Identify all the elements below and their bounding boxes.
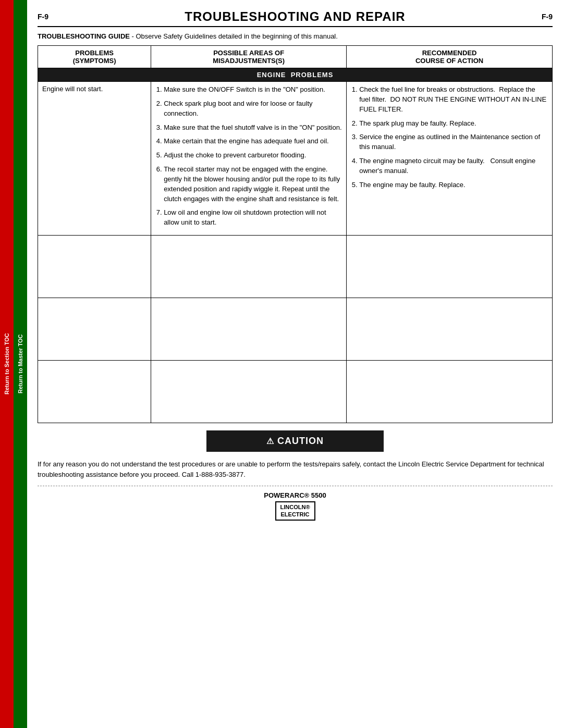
list-item: The recoil starter may not be engaged wi… [164, 165, 342, 204]
page-number-left: F-9 [38, 13, 48, 21]
table-row: Engine will not start. Make sure the ON/… [38, 82, 553, 236]
list-item: Low oil and engine low oil shutdown prot… [164, 208, 342, 228]
engine-problems-label: ENGINE PROBLEMS [38, 68, 553, 82]
troubleshoot-table: PROBLEMS(SYMPTOMS) POSSIBLE AREAS OFMISA… [38, 45, 553, 423]
empty-cell [38, 361, 151, 423]
empty-cell [151, 236, 347, 298]
lincoln-logo: LINCOLN® ELECTRIC [275, 501, 315, 521]
misadjust-cell: Make sure the ON/OFF Switch is in the "O… [151, 82, 347, 236]
caution-text: If for any reason you do not understand … [38, 459, 553, 479]
list-item: Make sure the ON/OFF Switch is in the "O… [164, 85, 342, 95]
empty-cell [151, 361, 347, 423]
brand-line1: LINCOLN® [280, 503, 310, 511]
list-item: Make certain that the engine has adequat… [164, 137, 342, 146]
list-item: Check spark plug boot and wire for loose… [164, 99, 342, 119]
list-item: Adjust the choke to prevent carburetor f… [164, 151, 342, 161]
table-header-row: PROBLEMS(SYMPTOMS) POSSIBLE AREAS OFMISA… [38, 46, 553, 68]
empty-cell [347, 236, 553, 298]
main-content: F-9 TROUBLESHOOTING AND REPAIR F-9 TROUB… [27, 0, 563, 728]
list-item: Make sure that the fuel shutoff valve is… [164, 123, 342, 133]
page-header: F-9 TROUBLESHOOTING AND REPAIR F-9 [38, 9, 553, 27]
engine-problems-header-row: ENGINE PROBLEMS [38, 68, 553, 82]
empty-cell [38, 236, 151, 298]
footer: POWERARC® 5500 LINCOLN® ELECTRIC [38, 491, 553, 521]
header-misadjust: POSSIBLE AREAS OFMISADJUSTMENTS(S) [151, 46, 347, 68]
guide-intro-label: TROUBLESHOOTING GUIDE [38, 32, 130, 40]
guide-intro: TROUBLESHOOTING GUIDE - Observe Safety G… [38, 32, 553, 40]
list-item: Check the fuel line for breaks or obstru… [359, 85, 548, 115]
footer-product: POWERARC® 5500 [38, 491, 553, 499]
return-section-toc-1[interactable]: Return to Section TOC [0, 0, 14, 728]
empty-cell [151, 298, 347, 361]
caution-box: ⚠CAUTION [206, 430, 384, 452]
list-item: The engine may be faulty. Replace. [359, 180, 548, 190]
footer-divider [38, 486, 553, 486]
action-list: Check the fuel line for breaks or obstru… [351, 85, 548, 190]
table-row-empty-2 [38, 298, 553, 361]
list-item: The engine magneto circuit may be faulty… [359, 156, 548, 176]
empty-cell [38, 298, 151, 361]
table-row-empty-3 [38, 361, 553, 423]
empty-cell [347, 361, 553, 423]
caution-section: ⚠CAUTION If for any reason you do not un… [38, 430, 553, 479]
guide-intro-text: - Observe Safety Guidelines detailed in … [130, 32, 338, 40]
return-master-toc-1[interactable]: Return to Master TOC [14, 0, 27, 728]
caution-label: CAUTION [277, 436, 324, 446]
brand-line2: ELECTRIC [280, 511, 310, 518]
header-problems: PROBLEMS(SYMPTOMS) [38, 46, 151, 68]
header-action: RECOMMENDEDCOURSE OF ACTION [347, 46, 553, 68]
problem-text: Engine will not start. [42, 85, 103, 93]
page-number-right: F-9 [542, 13, 553, 21]
problem-cell: Engine will not start. [38, 82, 151, 236]
page-title: TROUBLESHOOTING AND REPAIR [48, 9, 542, 24]
side-tabs: Return to Section TOC Return to Master T… [0, 0, 27, 728]
list-item: Service the engine as outlined in the Ma… [359, 132, 548, 152]
action-cell: Check the fuel line for breaks or obstru… [347, 82, 553, 236]
warning-triangle-icon: ⚠ [266, 436, 274, 446]
list-item: The spark plug may be faulty. Replace. [359, 119, 548, 129]
table-row-empty-1 [38, 236, 553, 298]
empty-cell [347, 298, 553, 361]
misadjust-list: Make sure the ON/OFF Switch is in the "O… [155, 85, 342, 228]
